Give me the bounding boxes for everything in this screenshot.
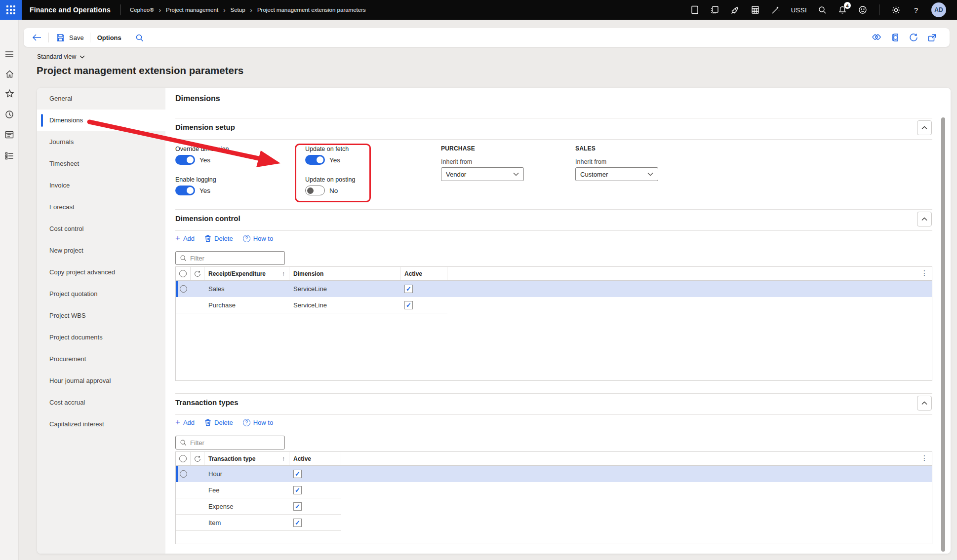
cell-active: ✓ xyxy=(289,466,341,482)
select-all-radio[interactable] xyxy=(179,455,187,462)
refresh-icon[interactable] xyxy=(194,270,201,277)
active-checkbox-checked[interactable]: ✓ xyxy=(293,470,302,478)
delete-button[interactable]: Delete xyxy=(204,419,233,426)
chevron-up-icon xyxy=(921,126,927,130)
row-select-radio[interactable] xyxy=(180,470,187,478)
tab-new-project[interactable]: New project xyxy=(37,240,165,261)
grid-options-kebab-icon[interactable]: ⋮ xyxy=(921,454,928,461)
table-row-hour[interactable]: Hour ✓ xyxy=(176,466,932,482)
tab-forecast[interactable]: Forecast xyxy=(37,196,165,218)
recent-clock-icon[interactable] xyxy=(4,110,14,119)
table-row-fee[interactable]: Fee ✓ xyxy=(176,482,932,498)
column-header-active[interactable]: Active xyxy=(400,267,447,280)
add-button[interactable]: +Add xyxy=(175,235,195,242)
active-checkbox-checked[interactable]: ✓ xyxy=(404,285,413,293)
search-icon[interactable] xyxy=(817,5,827,15)
row-divider xyxy=(176,530,341,531)
filter-input[interactable] xyxy=(190,439,280,447)
delete-button[interactable]: Delete xyxy=(204,235,233,242)
help-icon[interactable]: ? xyxy=(911,5,921,15)
action-pane-search-icon[interactable] xyxy=(134,32,145,43)
refresh-icon[interactable] xyxy=(194,455,201,462)
user-avatar[interactable]: AD xyxy=(931,2,946,17)
toggle-override-dimension[interactable] xyxy=(175,155,195,165)
group-title-purchase: PURCHASE xyxy=(441,145,475,152)
notifications-bell-icon[interactable]: 4 xyxy=(837,5,847,15)
workspaces-icon[interactable] xyxy=(4,130,14,140)
tab-dimensions[interactable]: Dimensions xyxy=(37,110,165,131)
content-heading: Dimensions xyxy=(175,94,220,103)
active-checkbox-checked[interactable]: ✓ xyxy=(293,502,302,511)
office-app-icon[interactable] xyxy=(889,32,900,43)
vertical-scrollbar[interactable] xyxy=(941,117,945,552)
collapse-transaction-types-button[interactable] xyxy=(917,396,932,411)
breadcrumb-page[interactable]: Project management extension parameters xyxy=(257,7,366,13)
search-icon xyxy=(180,439,187,446)
toggle-enable-logging[interactable] xyxy=(175,186,195,195)
column-header-transaction-type[interactable]: Transaction type↑ xyxy=(204,452,289,465)
favorites-star-icon[interactable] xyxy=(4,89,14,99)
settings-gear-icon[interactable] xyxy=(891,5,901,15)
breadcrumb-area[interactable]: Setup xyxy=(230,7,245,13)
tab-project-wbs[interactable]: Project WBS xyxy=(37,305,165,327)
magic-wand-icon[interactable] xyxy=(771,5,781,15)
toggle-update-on-posting[interactable] xyxy=(305,186,325,195)
tab-project-documents[interactable]: Project documents xyxy=(37,327,165,348)
back-arrow-icon[interactable] xyxy=(32,32,42,43)
breadcrumb: Cepheo® › Project management › Setup › P… xyxy=(130,6,366,14)
view-selector[interactable]: Standard view xyxy=(37,53,85,60)
open-in-new-window-icon[interactable] xyxy=(927,32,938,43)
active-checkbox-checked[interactable]: ✓ xyxy=(293,519,302,527)
select-all-cell xyxy=(176,452,191,465)
modules-list-icon[interactable] xyxy=(4,151,14,161)
filter-input[interactable] xyxy=(190,255,280,262)
toggle-update-on-fetch[interactable] xyxy=(305,155,325,165)
multitasking-icon[interactable] xyxy=(710,5,720,15)
save-button[interactable]: Save xyxy=(55,32,84,43)
add-button[interactable]: +Add xyxy=(175,419,195,426)
tab-procurement[interactable]: Procurement xyxy=(37,348,165,370)
tab-cost-accrual[interactable]: Cost accrual xyxy=(37,392,165,413)
select-all-cell xyxy=(176,267,191,280)
tab-project-quotation[interactable]: Project quotation xyxy=(37,283,165,305)
tab-invoice[interactable]: Invoice xyxy=(37,175,165,196)
table-row-sales[interactable]: Sales ServiceLine ✓ xyxy=(176,281,932,297)
how-to-button[interactable]: ?How to xyxy=(243,235,273,242)
tab-general[interactable]: General xyxy=(37,88,165,110)
inherit-from-purchase-select[interactable]: Vendor xyxy=(441,167,524,181)
active-checkbox-checked[interactable]: ✓ xyxy=(404,301,413,309)
grid-options-kebab-icon[interactable]: ⋮ xyxy=(921,269,928,276)
collapse-dimension-setup-button[interactable] xyxy=(917,120,932,135)
home-icon[interactable] xyxy=(4,69,14,79)
inherit-from-sales-select[interactable]: Customer xyxy=(575,167,658,181)
tab-timesheet[interactable]: Timesheet xyxy=(37,153,165,175)
page-icon[interactable] xyxy=(690,5,700,15)
column-header-receipt-expenditure[interactable]: Receipt/Expenditure↑ xyxy=(204,267,289,280)
refresh-icon[interactable] xyxy=(908,32,919,43)
table-row-item[interactable]: Item ✓ xyxy=(176,515,932,531)
column-header-active[interactable]: Active xyxy=(289,452,341,465)
hamburger-menu-icon[interactable] xyxy=(4,49,14,59)
how-to-button[interactable]: ?How to xyxy=(243,419,273,426)
rocket-icon[interactable] xyxy=(730,5,740,15)
tab-capitalized-interest[interactable]: Capitalized interest xyxy=(37,413,165,435)
feedback-smiley-icon[interactable] xyxy=(858,5,868,15)
tab-cost-control[interactable]: Cost control xyxy=(37,218,165,240)
table-row-purchase[interactable]: Purchase ServiceLine ✓ xyxy=(176,297,932,313)
breadcrumb-company[interactable]: Cepheo® xyxy=(130,7,154,13)
options-menu-button[interactable]: Options xyxy=(97,34,121,41)
table-row-expense[interactable]: Expense ✓ xyxy=(176,498,932,515)
tab-hour-journal-approval[interactable]: Hour journal approval xyxy=(37,370,165,392)
tab-copy-project-advanced[interactable]: Copy project advanced xyxy=(37,261,165,283)
collapse-dimension-control-button[interactable] xyxy=(917,212,932,226)
breadcrumb-module[interactable]: Project management xyxy=(166,7,218,13)
select-all-radio[interactable] xyxy=(179,270,187,277)
app-launcher-button[interactable] xyxy=(0,0,22,20)
column-header-dimension[interactable]: Dimension xyxy=(289,267,400,280)
calculator-icon[interactable] xyxy=(751,5,760,15)
row-select-radio[interactable] xyxy=(180,285,187,293)
active-checkbox-checked[interactable]: ✓ xyxy=(293,486,302,494)
view-switch-icon[interactable] xyxy=(871,32,881,43)
environment-label[interactable]: USSI xyxy=(791,6,807,14)
tab-journals[interactable]: Journals xyxy=(37,131,165,153)
